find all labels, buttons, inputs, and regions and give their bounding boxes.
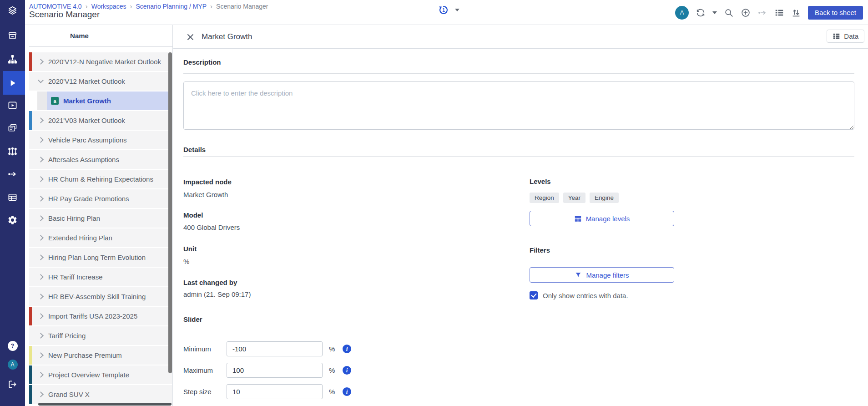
chevron-right-icon[interactable] bbox=[38, 372, 44, 378]
back-to-sheet-button[interactable]: Back to sheet bbox=[808, 6, 863, 20]
info-icon[interactable]: i bbox=[343, 387, 351, 396]
tree-item-project-overview-template[interactable]: Project Overview Template bbox=[29, 365, 172, 384]
user-avatar[interactable]: A bbox=[675, 6, 689, 20]
tree-item-new-purchase-premium[interactable]: New Purchase Premium bbox=[29, 346, 172, 365]
info-icon[interactable]: i bbox=[343, 345, 351, 353]
zoom-in-icon[interactable] bbox=[741, 8, 751, 18]
chevron-right-icon[interactable] bbox=[38, 59, 44, 65]
breadcrumb-workspace[interactable]: Scenario Planning / MYP bbox=[136, 3, 207, 10]
data-button[interactable]: Data bbox=[827, 30, 864, 43]
color-bar bbox=[29, 91, 32, 110]
tree-item-label: Grand SUV X bbox=[48, 391, 90, 398]
chevron-right-icon[interactable] bbox=[38, 254, 44, 260]
tree-item-grand-suv-x[interactable]: Grand SUV X bbox=[29, 385, 172, 404]
chevron-right-icon[interactable] bbox=[38, 391, 44, 397]
table-icon[interactable] bbox=[0, 187, 25, 207]
layers-logo-icon[interactable] bbox=[0, 0, 25, 20]
tree-item-hr-tariff-increase[interactable]: HR Tariff Increase bbox=[29, 268, 172, 286]
search-icon[interactable] bbox=[724, 8, 734, 18]
tree-item-hr-bev-assembly-skill-training[interactable]: HR BEV-Assembly Skill Training bbox=[29, 287, 172, 306]
horizontal-scrollbar[interactable] bbox=[38, 403, 172, 406]
tree-item-vehicle-parc-assumptions[interactable]: Vehicle Parc Assumptions bbox=[29, 131, 172, 149]
help-icon[interactable]: ? bbox=[0, 336, 25, 356]
info-icon[interactable]: i bbox=[343, 366, 351, 375]
network-icon[interactable] bbox=[0, 141, 25, 161]
tree-item-label: Extended Hiring Plan bbox=[48, 234, 112, 242]
breadcrumb-project[interactable]: AUTOMOTIVE 4.0 bbox=[29, 3, 82, 10]
chevron-down-icon[interactable] bbox=[712, 11, 717, 14]
logout-icon[interactable] bbox=[0, 374, 25, 394]
maximum-input[interactable] bbox=[227, 363, 323, 378]
table-grid-icon bbox=[833, 32, 840, 40]
play-icon[interactable] bbox=[0, 73, 25, 93]
manage-filters-button[interactable]: Manage filters bbox=[530, 267, 674, 283]
tree-item-market-growth[interactable]: aMarket Growth bbox=[29, 91, 172, 110]
tree-item-label: Vehicle Parc Assumptions bbox=[48, 136, 127, 144]
color-bar bbox=[29, 52, 32, 71]
color-bar bbox=[29, 209, 32, 228]
chevron-right-icon[interactable] bbox=[38, 215, 44, 221]
main-detail-pane: Market Growth Data Description Details I… bbox=[173, 25, 868, 406]
breadcrumb-workspaces[interactable]: Workspaces bbox=[91, 3, 126, 10]
only-show-entries-checkbox[interactable] bbox=[530, 291, 538, 299]
chevron-right-icon[interactable] bbox=[38, 117, 44, 123]
step-size-input[interactable] bbox=[227, 384, 323, 399]
scenario-tree-panel: Name 2020'V12-N Negative Market Outlook2… bbox=[29, 25, 173, 406]
color-bar bbox=[29, 385, 32, 404]
color-bar bbox=[29, 268, 32, 286]
tree-item-2020-v12-n-negative-market-outlook[interactable]: 2020'V12-N Negative Market Outlook bbox=[29, 52, 172, 71]
gear-icon[interactable] bbox=[0, 210, 25, 230]
chevron-right-icon[interactable] bbox=[38, 235, 44, 241]
tree-item-tariff-pricing[interactable]: Tariff Pricing bbox=[29, 326, 172, 345]
video-play-icon[interactable] bbox=[0, 95, 25, 115]
history-restore-icon[interactable]: 1 bbox=[438, 4, 449, 16]
sitemap-icon[interactable] bbox=[0, 49, 25, 69]
chevron-right-icon[interactable] bbox=[38, 196, 44, 202]
scenario-detail-content: Description Details Impacted node Market… bbox=[173, 49, 868, 406]
color-bar bbox=[29, 287, 32, 306]
minimum-input[interactable] bbox=[227, 341, 323, 356]
tree-item-label: Market Growth bbox=[63, 97, 111, 105]
description-textarea[interactable] bbox=[183, 81, 854, 130]
tree-item-hiring-plan-long-term-evolution[interactable]: Hiring Plan Long Term Evolution bbox=[29, 248, 172, 267]
tree-item-hr-churn-rehiring-expectations[interactable]: HR Churn & Rehiring Expectations bbox=[29, 170, 172, 188]
tree-column-header[interactable]: Name bbox=[29, 25, 172, 47]
sort-arrows-icon[interactable] bbox=[791, 8, 801, 18]
tree-item-extended-hiring-plan[interactable]: Extended Hiring Plan bbox=[29, 228, 172, 247]
chevron-right-icon[interactable] bbox=[38, 313, 44, 319]
tree-item-aftersales-assumptions[interactable]: Aftersales Assumptions bbox=[29, 150, 172, 169]
data-button-label: Data bbox=[844, 32, 858, 40]
tree-item-2020-v12-market-outlook[interactable]: 2020'V12 Market Outlook bbox=[29, 72, 172, 91]
chevron-down-icon[interactable] bbox=[455, 9, 459, 11]
chevron-right-icon[interactable] bbox=[38, 274, 44, 280]
chevron-right-icon[interactable] bbox=[38, 137, 44, 143]
chevron-down-icon[interactable] bbox=[38, 77, 44, 83]
close-icon[interactable] bbox=[187, 34, 194, 41]
vertical-scrollbar[interactable] bbox=[168, 52, 172, 373]
chevron-right-icon[interactable] bbox=[38, 333, 44, 339]
flow-arrow-icon[interactable] bbox=[0, 164, 25, 184]
slider-rows: Minimum%iMaximum%iStep size%i bbox=[183, 341, 351, 406]
archive-icon[interactable] bbox=[0, 25, 25, 46]
manage-levels-button[interactable]: Manage levels bbox=[530, 211, 674, 226]
tree-item-label: Project Overview Template bbox=[48, 371, 129, 379]
user-avatar[interactable]: A bbox=[0, 355, 25, 375]
tree-item-import-tariffs-usa-2023-2025[interactable]: Import Tariffs USA 2023-2025 bbox=[29, 307, 172, 325]
slider-heading: Slider bbox=[183, 315, 202, 323]
tree-item-basic-hiring-plan[interactable]: Basic Hiring Plan bbox=[29, 209, 172, 228]
tree-item-hr-pay-grade-promotions[interactable]: HR Pay Grade Promotions bbox=[29, 189, 172, 208]
list-icon[interactable] bbox=[774, 8, 784, 18]
tree-item-2021-v03-market-outlook[interactable]: 2021'V03 Market Outlook bbox=[29, 111, 172, 130]
tree-item-label: Aftersales Assumptions bbox=[48, 156, 119, 163]
chevron-right-icon[interactable] bbox=[38, 352, 44, 358]
slides-copy-icon[interactable] bbox=[0, 118, 25, 138]
chevron-right-icon[interactable] bbox=[38, 176, 44, 182]
tab-title: Market Growth bbox=[202, 25, 252, 49]
unit-label: % bbox=[329, 366, 339, 374]
tree-item-label: HR Churn & Rehiring Expectations bbox=[48, 175, 153, 183]
chevron-right-icon[interactable] bbox=[38, 294, 44, 299]
refresh-icon[interactable] bbox=[696, 8, 706, 18]
tree-item-label: HR Pay Grade Promotions bbox=[48, 195, 129, 203]
chevron-right-icon[interactable] bbox=[38, 157, 44, 162]
color-bar bbox=[29, 326, 32, 345]
